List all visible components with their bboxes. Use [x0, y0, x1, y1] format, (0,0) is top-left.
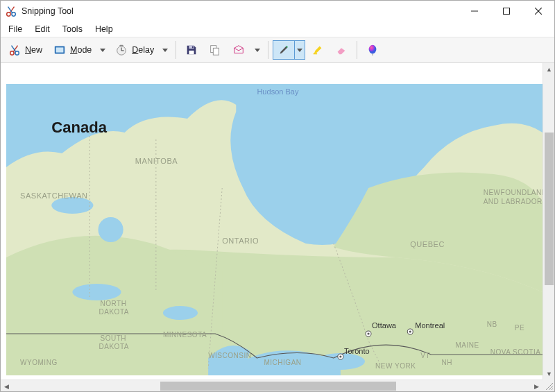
- city-ottawa: Ottawa: [372, 321, 397, 330]
- menu-tools[interactable]: Tools: [56, 23, 89, 35]
- content-area: Canada Hudson Bay MANITOBA SASKATCHEWAN …: [1, 63, 554, 391]
- scroll-up-arrow[interactable]: ▲: [543, 63, 554, 75]
- minimize-button[interactable]: [459, 1, 490, 22]
- chevron-down-icon: [162, 49, 168, 52]
- close-button[interactable]: [522, 1, 554, 22]
- balloon-icon: [366, 44, 379, 56]
- scroll-right-arrow[interactable]: ▶: [531, 380, 543, 391]
- map-title: Canada: [51, 119, 107, 136]
- delay-label: Delay: [132, 45, 154, 55]
- label-ontario: ONTARIO: [222, 237, 259, 245]
- copy-icon: [209, 44, 221, 56]
- chevron-down-icon: [100, 49, 105, 52]
- svg-point-20: [369, 45, 377, 54]
- pen-button[interactable]: [273, 40, 294, 60]
- paint3d-button[interactable]: [361, 40, 384, 60]
- menu-help[interactable]: Help: [89, 23, 119, 35]
- svg-point-24: [72, 284, 121, 300]
- chevron-down-icon: [255, 49, 260, 52]
- mode-dropdown[interactable]: [96, 40, 109, 60]
- separator: [357, 41, 357, 59]
- title-bar: Snipping Tool: [1, 1, 554, 22]
- toolbar: New Mode Delay: [1, 37, 554, 63]
- scroll-left-arrow[interactable]: ◀: [1, 380, 12, 391]
- pen-dropdown[interactable]: [294, 40, 305, 60]
- eraser-icon: [335, 44, 348, 56]
- mode-label: Mode: [70, 45, 92, 55]
- label-wy: WYOMING: [20, 359, 58, 366]
- vertical-scroll-thumb[interactable]: [545, 133, 554, 285]
- menu-file[interactable]: File: [2, 23, 28, 35]
- label-pe: PE: [515, 324, 524, 332]
- copy-button[interactable]: [204, 40, 226, 60]
- window-title: Snipping Tool: [22, 6, 74, 16]
- scroll-down-arrow[interactable]: ▼: [543, 368, 554, 380]
- resize-grip[interactable]: [543, 380, 554, 391]
- window-controls: [459, 1, 554, 22]
- label-sd2: DAKOTA: [99, 343, 129, 350]
- vertical-scrollbar[interactable]: ▲ ▼: [543, 63, 554, 380]
- label-nb: NB: [487, 321, 497, 328]
- label-wi: WISCONSIN: [208, 352, 251, 359]
- separator: [268, 41, 268, 59]
- svg-rect-19: [314, 53, 317, 55]
- scissors-icon: [8, 44, 21, 56]
- svg-rect-3: [504, 8, 510, 15]
- svg-point-28: [367, 332, 369, 334]
- svg-point-30: [409, 330, 411, 332]
- label-vt: VT: [420, 352, 430, 359]
- label-ny: NEW YORK: [375, 362, 416, 370]
- city-montreal: Montreal: [415, 321, 445, 330]
- highlighter-button[interactable]: [307, 40, 329, 60]
- svg-line-35: [552, 389, 553, 390]
- svg-rect-15: [189, 51, 194, 54]
- svg-point-25: [163, 306, 198, 320]
- new-snip-button[interactable]: New: [3, 40, 47, 60]
- send-button[interactable]: [228, 40, 250, 60]
- label-hudson-bay: Hudson Bay: [257, 87, 299, 96]
- label-mi: MICHIGAN: [264, 359, 301, 366]
- horizontal-scrollbar[interactable]: ◀ ▶: [1, 380, 543, 391]
- chevron-down-icon: [297, 49, 302, 52]
- separator: [176, 41, 176, 59]
- canvas[interactable]: Canada Hudson Bay MANITOBA SASKATCHEWAN …: [1, 63, 543, 380]
- svg-rect-9: [56, 47, 64, 52]
- label-mn: MINNESOTA: [163, 331, 207, 339]
- delay-dropdown[interactable]: [159, 40, 171, 60]
- envelope-icon: [232, 44, 245, 56]
- svg-rect-13: [120, 45, 123, 46]
- label-quebec: QUEBEC: [410, 240, 445, 248]
- svg-point-23: [99, 217, 123, 242]
- menu-edit[interactable]: Edit: [28, 23, 56, 35]
- new-label: New: [25, 45, 42, 55]
- delay-button[interactable]: Delay: [110, 40, 159, 60]
- highlighter-icon: [311, 44, 324, 56]
- svg-rect-18: [214, 48, 219, 55]
- label-ns: NOVA SCOTIA: [490, 348, 541, 356]
- label-nd1: NORTH: [101, 300, 127, 307]
- label-nl2: AND LABRADOR: [484, 198, 543, 205]
- svg-rect-16: [192, 46, 194, 49]
- snipping-tool-icon: [5, 5, 17, 17]
- menu-bar: File Edit Tools Help: [1, 22, 554, 37]
- floppy-icon: [185, 44, 198, 56]
- label-nl1: NEWFOUNDLAND: [484, 189, 543, 196]
- mode-rect-icon: [53, 44, 66, 56]
- captured-map-image: Canada Hudson Bay MANITOBA SASKATCHEWAN …: [6, 84, 543, 375]
- pen-icon: [278, 44, 290, 56]
- label-nd2: DAKOTA: [99, 308, 129, 316]
- label-me: MAINE: [456, 341, 479, 349]
- eraser-button[interactable]: [330, 40, 352, 60]
- send-dropdown[interactable]: [251, 40, 264, 60]
- label-manitoba: MANITOBA: [135, 157, 178, 165]
- label-nh: NH: [441, 359, 452, 366]
- svg-point-32: [339, 355, 341, 357]
- app-window: Snipping Tool File Edit Tools Help New: [0, 0, 555, 392]
- city-toronto: Toronto: [344, 347, 370, 355]
- label-saskatchewan: SASKATCHEWAN: [20, 191, 87, 200]
- label-sd1: SOUTH: [101, 334, 127, 342]
- maximize-button[interactable]: [490, 1, 522, 22]
- mode-button[interactable]: Mode: [49, 40, 96, 60]
- horizontal-scroll-thumb[interactable]: [160, 382, 396, 391]
- save-button[interactable]: [180, 40, 203, 60]
